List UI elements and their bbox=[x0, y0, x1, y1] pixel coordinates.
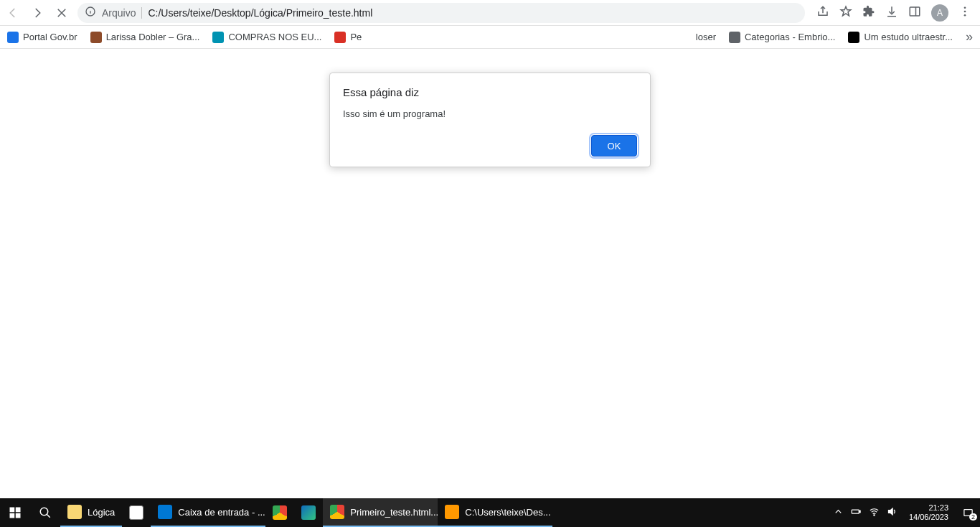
js-alert-dialog: Essa página diz Isso sim é um programa! … bbox=[329, 73, 651, 167]
alert-message: Isso sim é um programa! bbox=[343, 108, 637, 119]
tray-chevron-icon[interactable] bbox=[833, 506, 844, 519]
svg-rect-3 bbox=[910, 7, 920, 16]
mail-icon bbox=[158, 505, 172, 519]
url-text: C:/Users/teixe/Desktop/Lógica/Primeiro_t… bbox=[148, 7, 372, 19]
volume-icon[interactable] bbox=[887, 506, 897, 519]
taskbar-app-mail[interactable]: Caixa de entrada - ... bbox=[151, 498, 265, 527]
star-icon[interactable] bbox=[839, 5, 852, 21]
download-icon[interactable] bbox=[885, 5, 898, 21]
alert-title: Essa página diz bbox=[343, 86, 637, 98]
search-button[interactable] bbox=[30, 498, 60, 527]
bookmark-item[interactable]: Portal Gov.br bbox=[7, 32, 77, 43]
url-scheme-label: Arquivo bbox=[102, 7, 136, 19]
bookmark-label: Categorias - Embrio... bbox=[745, 32, 835, 42]
menu-icon[interactable] bbox=[958, 5, 971, 21]
alert-actions: OK bbox=[343, 135, 637, 157]
back-button[interactable] bbox=[4, 4, 22, 22]
svg-rect-14 bbox=[852, 510, 859, 513]
taskbar-left: Lógica Caixa de entrada - ... Primeiro_t… bbox=[0, 498, 552, 527]
bookmark-item[interactable]: Pe bbox=[334, 32, 362, 43]
start-button[interactable] bbox=[0, 498, 30, 527]
wifi-icon[interactable] bbox=[869, 506, 880, 519]
taskbar-app-store[interactable] bbox=[122, 498, 151, 527]
store-icon bbox=[129, 505, 143, 520]
page-content: Essa página diz Isso sim é um programa! … bbox=[0, 49, 980, 498]
taskbar-app-chrome[interactable] bbox=[265, 498, 294, 527]
bookmark-item[interactable]: Categorias - Embrio... bbox=[729, 32, 835, 43]
bookmarks-bar: Portal Gov.br Larissa Dobler – Gra... CO… bbox=[0, 26, 980, 49]
extensions-icon[interactable] bbox=[862, 5, 875, 21]
taskbar-app-label: C:\Users\teixe\Des... bbox=[465, 507, 550, 518]
taskbar-app-label: Primeiro_teste.html... bbox=[350, 507, 438, 518]
favicon-icon bbox=[729, 32, 740, 43]
favicon-icon bbox=[212, 32, 224, 43]
bookmark-item[interactable]: Um estudo ultraestr... bbox=[848, 32, 953, 43]
clock-time: 21:23 bbox=[909, 503, 948, 513]
bookmarks-overflow-icon[interactable]: » bbox=[966, 29, 973, 45]
sidepanel-icon[interactable] bbox=[908, 5, 921, 21]
address-divider bbox=[141, 7, 142, 19]
taskbar-app-label: Caixa de entrada - ... bbox=[178, 507, 265, 518]
forward-button[interactable] bbox=[29, 4, 46, 22]
svg-rect-9 bbox=[16, 508, 21, 513]
taskbar-app-explorer[interactable]: Lógica bbox=[60, 498, 122, 527]
bookmark-item[interactable]: COMPRAS NOS EU... bbox=[212, 32, 321, 43]
chrome-icon bbox=[273, 505, 287, 520]
favicon-icon bbox=[334, 32, 346, 43]
toolbar-right-icons: A bbox=[812, 4, 976, 22]
notification-badge: 2 bbox=[969, 513, 977, 521]
bookmark-label: Um estudo ultraestr... bbox=[864, 32, 953, 42]
favicon-icon bbox=[7, 32, 19, 43]
svg-point-7 bbox=[964, 14, 966, 16]
notifications-button[interactable]: 2 bbox=[960, 505, 976, 521]
taskbar-app-chrome-active[interactable]: Primeiro_teste.html... bbox=[323, 498, 438, 527]
svg-rect-8 bbox=[10, 508, 15, 513]
svg-point-5 bbox=[964, 6, 966, 9]
svg-point-6 bbox=[964, 10, 966, 12]
bookmark-label: loser bbox=[696, 32, 716, 42]
svg-rect-15 bbox=[859, 510, 860, 513]
taskbar-app-edge[interactable] bbox=[294, 498, 323, 527]
folder-icon bbox=[67, 505, 82, 519]
share-icon[interactable] bbox=[816, 5, 829, 21]
bookmark-label: Larissa Dobler – Gra... bbox=[106, 32, 200, 42]
svg-point-12 bbox=[40, 508, 48, 516]
battery-icon[interactable] bbox=[851, 506, 862, 519]
favicon-icon bbox=[90, 32, 102, 43]
profile-avatar[interactable]: A bbox=[931, 4, 948, 22]
taskbar-right: 21:23 14/06/2023 2 bbox=[829, 498, 980, 527]
taskbar-app-label: Lógica bbox=[88, 507, 115, 518]
alert-ok-button[interactable]: OK bbox=[591, 135, 637, 157]
browser-toolbar: Arquivo C:/Users/teixe/Desktop/Lógica/Pr… bbox=[0, 0, 980, 26]
edge-icon bbox=[301, 505, 316, 520]
stop-button[interactable] bbox=[53, 4, 70, 22]
svg-rect-11 bbox=[16, 513, 21, 518]
chrome-icon bbox=[330, 505, 344, 519]
info-icon bbox=[85, 6, 96, 19]
bookmark-label: Pe bbox=[350, 32, 362, 42]
bookmark-item[interactable]: Larissa Dobler – Gra... bbox=[90, 32, 200, 43]
address-bar[interactable]: Arquivo C:/Users/teixe/Desktop/Lógica/Pr… bbox=[77, 3, 805, 23]
favicon-icon bbox=[848, 32, 859, 43]
bookmark-label: Portal Gov.br bbox=[23, 32, 77, 42]
svg-line-13 bbox=[47, 514, 50, 518]
taskbar-app-sublime[interactable]: C:\Users\teixe\Des... bbox=[438, 498, 552, 527]
taskbar-clock[interactable]: 21:23 14/06/2023 bbox=[905, 503, 953, 522]
bookmark-label: COMPRAS NOS EU... bbox=[228, 32, 321, 42]
svg-rect-10 bbox=[10, 513, 15, 518]
sublime-icon bbox=[445, 505, 459, 519]
clock-date: 14/06/2023 bbox=[909, 513, 948, 522]
bookmark-item[interactable]: loser bbox=[696, 32, 716, 42]
svg-point-16 bbox=[874, 515, 875, 516]
windows-taskbar: Lógica Caixa de entrada - ... Primeiro_t… bbox=[0, 498, 980, 527]
